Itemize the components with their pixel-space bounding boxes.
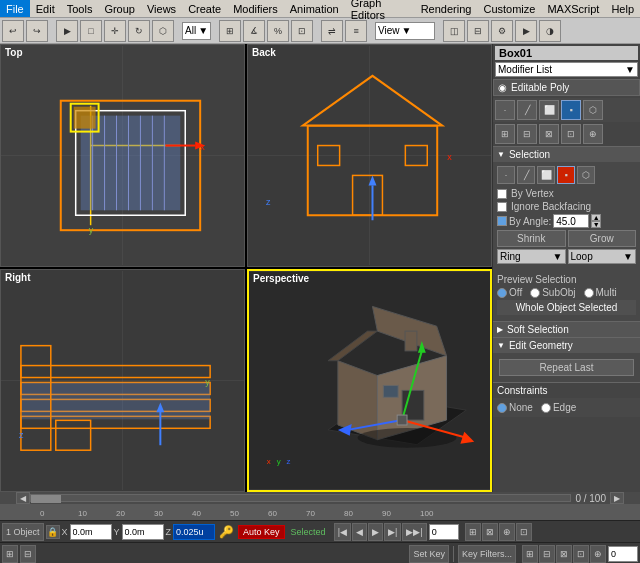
render-setup-button[interactable]: ⚙ xyxy=(491,20,513,42)
scroll-right-button[interactable]: ▶ xyxy=(610,492,624,504)
edit-geometry-header[interactable]: ▼ Edit Geometry xyxy=(493,337,640,353)
redo-button[interactable]: ↪ xyxy=(26,20,48,42)
editable-poly-item[interactable]: ◉ Editable Poly xyxy=(493,79,640,96)
x-coord-input[interactable] xyxy=(70,524,112,540)
current-frame-input[interactable] xyxy=(429,524,459,540)
preview-subobj-item[interactable]: SubObj xyxy=(530,287,575,298)
anim-frame-input[interactable] xyxy=(608,546,638,562)
angle-spinner-down[interactable]: ▼ xyxy=(591,221,601,228)
viewport-back[interactable]: Back z x xyxy=(247,44,492,267)
by-vertex-checkbox[interactable] xyxy=(497,189,507,199)
menu-rendering[interactable]: Rendering xyxy=(415,0,478,17)
menu-tools[interactable]: Tools xyxy=(61,0,99,17)
activeshade-button[interactable]: ◑ xyxy=(539,20,561,42)
preview-multi-radio[interactable] xyxy=(584,288,594,298)
snap-button[interactable]: ⊞ xyxy=(219,20,241,42)
layers-button[interactable]: ⊟ xyxy=(467,20,489,42)
bc-btn-1[interactable]: ⊞ xyxy=(522,545,538,563)
menu-file[interactable]: File xyxy=(0,0,30,17)
constraint-none-item[interactable]: None xyxy=(497,402,533,413)
mod-icon-3[interactable]: ⊠ xyxy=(539,124,559,144)
viewport-nav-3[interactable]: ⊕ xyxy=(499,523,515,541)
bc-btn-4[interactable]: ⊡ xyxy=(573,545,589,563)
y-coord-input[interactable] xyxy=(122,524,164,540)
menu-animation[interactable]: Animation xyxy=(284,0,345,17)
object-name-field[interactable]: Box01 xyxy=(495,46,638,60)
constraint-edge-item[interactable]: Edge xyxy=(541,402,576,413)
menu-maxscript[interactable]: MAXScript xyxy=(541,0,605,17)
repeat-last-button[interactable]: Repeat Last xyxy=(499,359,634,376)
menu-group[interactable]: Group xyxy=(98,0,141,17)
mod-icon-1[interactable]: ⊞ xyxy=(495,124,515,144)
menu-views[interactable]: Views xyxy=(141,0,182,17)
preview-off-item[interactable]: Off xyxy=(497,287,522,298)
autokey-button[interactable]: Auto Key xyxy=(238,525,285,539)
shrink-button[interactable]: Shrink xyxy=(497,230,566,247)
set-key-button[interactable]: Set Key xyxy=(409,545,449,563)
sel-icon-5[interactable]: ⬡ xyxy=(577,166,595,184)
rotate-button[interactable]: ↻ xyxy=(128,20,150,42)
constraint-edge-radio[interactable] xyxy=(541,403,551,413)
mini-btn-1[interactable]: ⊞ xyxy=(2,545,18,563)
view-dropdown[interactable]: View ▼ xyxy=(375,22,435,40)
mod-icon-5[interactable]: ⊕ xyxy=(583,124,603,144)
viewport-top[interactable]: Top xyxy=(0,44,245,267)
mod-icon-2[interactable]: ⊟ xyxy=(517,124,537,144)
select-object-button[interactable]: ▶ xyxy=(56,20,78,42)
scroll-track[interactable] xyxy=(30,494,571,502)
viewport-nav-2[interactable]: ⊠ xyxy=(482,523,498,541)
polygon-icon-btn[interactable]: ▪ xyxy=(561,100,581,120)
ring-selector[interactable]: Ring ▼ xyxy=(497,249,566,264)
preview-subobj-radio[interactable] xyxy=(530,288,540,298)
lock-button[interactable]: 🔒 xyxy=(46,525,60,539)
preview-multi-item[interactable]: Multi xyxy=(584,287,617,298)
soft-selection-header[interactable]: ▶ Soft Selection xyxy=(493,321,640,337)
border-icon-btn[interactable]: ⬜ xyxy=(539,100,559,120)
grow-button[interactable]: Grow xyxy=(568,230,637,247)
sel-icon-4[interactable]: ▪ xyxy=(557,166,575,184)
undo-button[interactable]: ↩ xyxy=(2,20,24,42)
go-end-button[interactable]: ▶▶| xyxy=(402,523,426,541)
mirror-button[interactable]: ⇌ xyxy=(321,20,343,42)
select-region-button[interactable]: □ xyxy=(80,20,102,42)
menu-graph-editors[interactable]: Graph Editors xyxy=(345,0,415,17)
scale-button[interactable]: ⬡ xyxy=(152,20,174,42)
menu-customize[interactable]: Customize xyxy=(477,0,541,17)
percent-snap-button[interactable]: % xyxy=(267,20,289,42)
render-button[interactable]: ▶ xyxy=(515,20,537,42)
sel-icon-2[interactable]: ╱ xyxy=(517,166,535,184)
sel-icon-3[interactable]: ⬜ xyxy=(537,166,555,184)
bc-btn-5[interactable]: ⊕ xyxy=(590,545,606,563)
move-button[interactable]: ✛ xyxy=(104,20,126,42)
filter-dropdown[interactable]: All ▼ xyxy=(182,22,211,40)
viewport-perspective[interactable]: Perspective xyxy=(247,269,492,492)
key-icon[interactable]: 🔑 xyxy=(217,525,236,539)
menu-create[interactable]: Create xyxy=(182,0,227,17)
scroll-thumb[interactable] xyxy=(31,495,61,503)
mini-btn-2[interactable]: ⊟ xyxy=(20,545,36,563)
preview-off-radio[interactable] xyxy=(497,288,507,298)
next-frame-button[interactable]: ▶| xyxy=(384,523,401,541)
viewport-nav-1[interactable]: ⊞ xyxy=(465,523,481,541)
ignore-backfacing-checkbox[interactable] xyxy=(497,202,507,212)
menu-modifiers[interactable]: Modifiers xyxy=(227,0,284,17)
menu-help[interactable]: Help xyxy=(605,0,640,17)
go-start-button[interactable]: |◀ xyxy=(334,523,351,541)
z-coord-input[interactable] xyxy=(173,524,215,540)
bc-btn-3[interactable]: ⊠ xyxy=(556,545,572,563)
by-angle-input[interactable] xyxy=(553,214,589,228)
scroll-left-button[interactable]: ◀ xyxy=(16,492,30,504)
viewport-nav-4[interactable]: ⊡ xyxy=(516,523,532,541)
align-button[interactable]: ≡ xyxy=(345,20,367,42)
bc-btn-2[interactable]: ⊟ xyxy=(539,545,555,563)
loop-selector[interactable]: Loop ▼ xyxy=(568,249,637,264)
constraint-none-radio[interactable] xyxy=(497,403,507,413)
key-filters-button[interactable]: Key Filters... xyxy=(458,545,516,563)
vertex-icon-btn[interactable]: · xyxy=(495,100,515,120)
edge-icon-btn[interactable]: ╱ xyxy=(517,100,537,120)
sel-icon-1[interactable]: · xyxy=(497,166,515,184)
prev-frame-button[interactable]: ◀ xyxy=(352,523,367,541)
viewport-right[interactable]: Right z y xyxy=(0,269,245,492)
spinner-snap-button[interactable]: ⊡ xyxy=(291,20,313,42)
play-button[interactable]: ▶ xyxy=(368,523,383,541)
